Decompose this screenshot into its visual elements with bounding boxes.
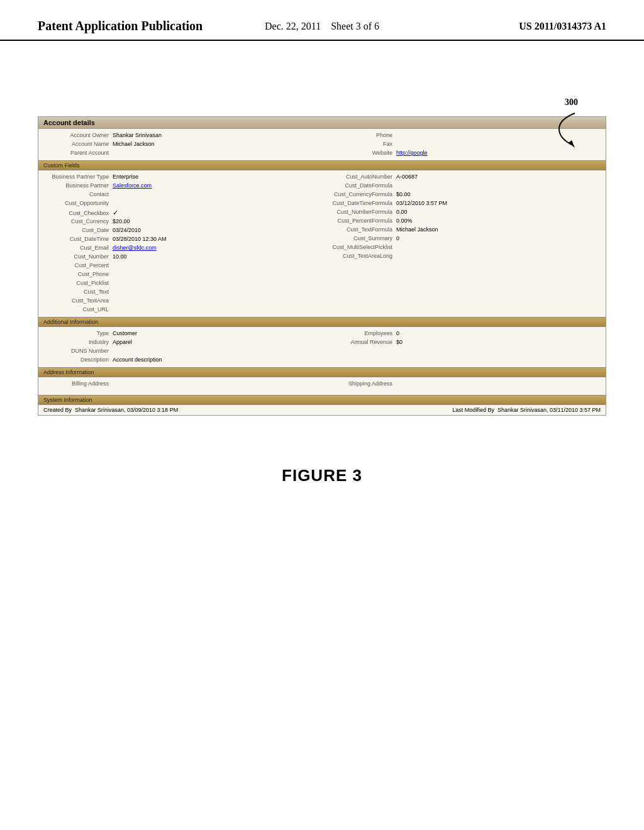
bp-value: Salesforce.com bbox=[113, 182, 152, 189]
cust-phone-label: Cust_Phone bbox=[43, 271, 113, 277]
description-label: Description bbox=[43, 357, 113, 363]
cust-textformula-value: Michael Jackson bbox=[396, 226, 438, 233]
field-cust-text: Cust_Text bbox=[43, 288, 317, 297]
cust-datetimeformula-value: 03/12/2010 3:57 PM bbox=[396, 200, 447, 206]
cust-picklist-label: Cust_Picklist bbox=[43, 280, 113, 286]
field-cust-picklist: Cust_Picklist bbox=[43, 279, 317, 288]
cust-percentformula-value: 0.00% bbox=[396, 218, 413, 224]
main-content: Account details Account Owner Shankar Sr… bbox=[0, 47, 644, 428]
field-cust-textformula: Cust_TextFormula Michael Jackson bbox=[327, 226, 601, 235]
cust-number-label: Cust_Number bbox=[43, 253, 113, 260]
cust-opp-label: Cust_Opportunity bbox=[43, 200, 113, 206]
field-parent-account: Parent Account bbox=[43, 149, 317, 158]
field-cust-datetimeformula: Cust_DateTimeFormula 03/12/2010 3:57 PM bbox=[327, 199, 601, 208]
cust-date-label: Cust_Date bbox=[43, 227, 113, 233]
industry-label: Industry bbox=[43, 339, 113, 345]
system-info-header: System Information bbox=[38, 395, 606, 405]
patent-number: US 2011/0314373 A1 bbox=[417, 19, 606, 32]
figure-label: FIGURE 3 bbox=[0, 466, 644, 485]
custom-fields-left: Business Partner Type Enterprise Busines… bbox=[38, 173, 322, 314]
field-cust-datetime: Cust_DateTime 03/28/2010 12:30 AM bbox=[43, 235, 317, 244]
field-cust-checkbox: Cust_Checkbox ✓ bbox=[43, 208, 317, 218]
fax-label: Fax bbox=[327, 141, 396, 147]
field-cust-percent: Cust_Percent bbox=[43, 262, 317, 270]
cust-percentformula-label: Cust_PercentFormula bbox=[327, 218, 396, 224]
account-basic-fields: Account Owner Shankar Srinivasan Account… bbox=[38, 129, 606, 160]
cust-autonumber-label: Cust_AutoNumber bbox=[327, 174, 396, 180]
cust-textarea-label: Cust_TextArea bbox=[43, 297, 113, 304]
contact-label: Contact bbox=[43, 191, 113, 197]
publication-date: Dec. 22, 2011 Sheet 3 of 6 bbox=[227, 19, 416, 32]
cust-summary-value: 0 bbox=[396, 235, 399, 241]
cust-date-value: 03/24/2010 bbox=[113, 227, 141, 233]
field-cust-email: Cust_Email disher@sfdc.com bbox=[43, 244, 317, 253]
duns-label: DUNS Number bbox=[43, 348, 113, 354]
field-cust-date: Cust_Date 03/24/2010 bbox=[43, 226, 317, 235]
field-account-owner: Account Owner Shankar Srinivasan bbox=[43, 131, 317, 140]
cust-multiselectpicklist-label: Cust_MultiSelectPicklist bbox=[327, 244, 396, 250]
cust-textarealong-label: Cust_TextAreaLong bbox=[327, 253, 396, 259]
website-label: Website bbox=[327, 150, 396, 156]
shipping-address-label: Shipping Address bbox=[327, 380, 396, 387]
bp-label: Business Partner bbox=[43, 182, 113, 189]
field-duns-number: DUNS Number bbox=[43, 347, 317, 356]
cust-textformula-label: Cust_TextFormula bbox=[327, 226, 396, 233]
employees-value: 0 bbox=[396, 330, 399, 336]
field-cust-currency: Cust_Currency $20.00 bbox=[43, 218, 317, 226]
cust-datetimeformula-label: Cust_DateTimeFormula bbox=[327, 200, 396, 206]
type-label: Type bbox=[43, 330, 113, 336]
cust-checkbox-value: ✓ bbox=[113, 209, 118, 217]
cust-url-label: Cust_URL bbox=[43, 306, 113, 313]
additional-fields-container: Type Customer Industry Apparel DUNS Numb… bbox=[38, 327, 606, 367]
billing-address-label: Billing Address bbox=[43, 380, 113, 387]
field-website: Website http://google bbox=[327, 149, 601, 158]
field-shipping-address: Shipping Address bbox=[327, 380, 601, 389]
system-info-content: Created By Shankar Srinivasan, 03/09/201… bbox=[38, 405, 606, 415]
additional-fields-right: Employees 0 Annual Revenue $0 bbox=[322, 329, 606, 365]
field-cust-numberformula: Cust_NumberFormula 0.00 bbox=[327, 208, 601, 217]
account-owner-label: Account Owner bbox=[43, 132, 113, 138]
cust-autonumber-value: A-00687 bbox=[396, 174, 418, 180]
custom-fields-header: Custom Fields bbox=[38, 160, 606, 170]
description-value: Account description bbox=[113, 357, 162, 363]
custom-fields-right: Cust_AutoNumber A-00687 Cust_DateFormula… bbox=[322, 173, 606, 314]
cust-datetime-label: Cust_DateTime bbox=[43, 236, 113, 242]
page-header: Patent Application Publication Dec. 22, … bbox=[0, 0, 644, 41]
field-contact: Contact bbox=[43, 191, 317, 199]
last-modified-by: Last Modified By Shankar Srinivasan, 03/… bbox=[322, 407, 601, 413]
account-name-value: Michael Jackson bbox=[113, 141, 155, 147]
shipping-address-section: Shipping Address bbox=[322, 380, 606, 392]
employees-label: Employees bbox=[327, 330, 396, 336]
industry-value: Apparel bbox=[113, 339, 132, 345]
cust-numberformula-value: 0.00 bbox=[396, 209, 408, 215]
account-details-panel: Account details Account Owner Shankar Sr… bbox=[38, 116, 606, 416]
cust-email-label: Cust_Email bbox=[43, 245, 113, 251]
figure-300-label: 300 bbox=[565, 97, 578, 108]
cust-currencyformula-value: $0.00 bbox=[396, 191, 411, 197]
field-business-partner: Business Partner Salesforce.com bbox=[43, 182, 317, 191]
panel-title: Account details bbox=[38, 117, 606, 129]
field-cust-phone: Cust_Phone bbox=[43, 270, 317, 279]
field-type: Type Customer bbox=[43, 329, 317, 338]
address-info-header: Address Information bbox=[38, 367, 606, 377]
field-cust-summary: Cust_Summary 0 bbox=[327, 235, 601, 243]
field-account-name: Account Name Michael Jackson bbox=[43, 140, 317, 149]
field-cust-multiselectpicklist: Cust_MultiSelectPicklist bbox=[327, 243, 601, 252]
cust-currency-label: Cust_Currency bbox=[43, 218, 113, 224]
field-cust-url: Cust_URL bbox=[43, 306, 317, 314]
arrow-300-icon bbox=[553, 110, 584, 148]
basic-fields-left: Account Owner Shankar Srinivasan Account… bbox=[38, 131, 322, 158]
cust-datetime-value: 03/28/2010 12:30 AM bbox=[113, 236, 167, 242]
field-cust-currencyformula: Cust_CurrencyFormula $0.00 bbox=[327, 191, 601, 199]
parent-account-label: Parent Account bbox=[43, 150, 113, 156]
field-cust-number: Cust_Number 10.00 bbox=[43, 253, 317, 262]
field-billing-address: Billing Address bbox=[43, 380, 317, 389]
bp-type-value: Enterprise bbox=[113, 174, 138, 180]
cust-checkbox-label: Cust_Checkbox bbox=[43, 210, 113, 216]
field-cust-textarealong: Cust_TextAreaLong bbox=[327, 252, 601, 261]
cust-percent-label: Cust_Percent bbox=[43, 262, 113, 268]
cust-currency-value: $20.00 bbox=[113, 218, 130, 224]
cust-email-value: disher@sfdc.com bbox=[113, 245, 157, 251]
field-cust-opportunity: Cust_Opportunity bbox=[43, 199, 317, 208]
field-cust-textarea: Cust_TextArea bbox=[43, 297, 317, 306]
